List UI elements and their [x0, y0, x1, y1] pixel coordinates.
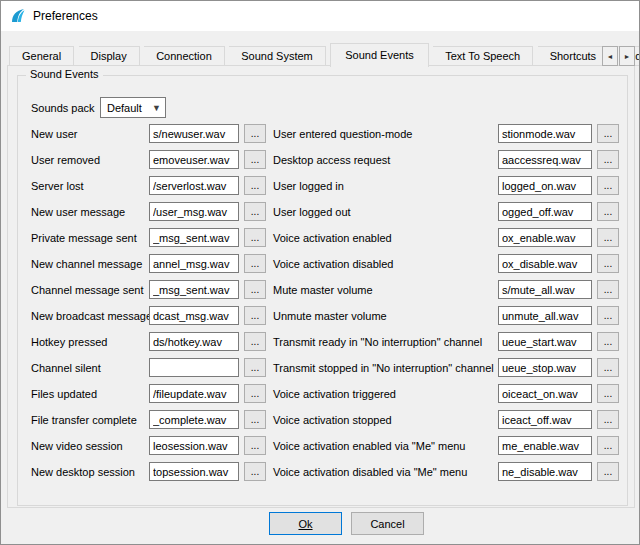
sound-file-input[interactable]	[498, 176, 592, 195]
sound-file-input[interactable]	[498, 358, 592, 377]
cancel-button[interactable]: Cancel	[351, 512, 424, 535]
ok-button-label: Ok	[298, 518, 312, 530]
sound-event-label: User logged out	[273, 206, 351, 218]
tab-shortcuts[interactable]: Shortcuts	[538, 46, 609, 66]
sound-events-list: New user ... User entered question-mode …	[1, 124, 640, 488]
tab-scroll-left-button[interactable]: ◄	[602, 46, 618, 66]
sound-event-label: Voice activation disabled	[273, 258, 393, 270]
browse-button[interactable]: ...	[244, 306, 266, 325]
sound-event-row: Server lost ... User logged in ...	[1, 176, 640, 202]
sound-file-input[interactable]	[149, 254, 239, 273]
sound-event-label: Voice activation enabled	[273, 232, 392, 244]
sound-event-row: New video session ... Voice activation e…	[1, 436, 640, 462]
sound-event-label: Channel message sent	[31, 284, 144, 296]
browse-button[interactable]: ...	[244, 124, 266, 143]
sound-event-row: Files updated ... Voice activation trigg…	[1, 384, 640, 410]
groupbox-title: Sound Events	[26, 68, 103, 80]
browse-button[interactable]: ...	[597, 202, 619, 221]
sound-file-input[interactable]	[498, 410, 592, 429]
sound-file-input[interactable]	[149, 124, 239, 143]
app-icon	[10, 8, 26, 24]
browse-button[interactable]: ...	[244, 436, 266, 455]
browse-button[interactable]: ...	[597, 124, 619, 143]
sound-event-label: Files updated	[31, 388, 97, 400]
browse-button[interactable]: ...	[597, 358, 619, 377]
sound-file-input[interactable]	[498, 254, 592, 273]
sound-event-row: New broadcast message ... Unmute master …	[1, 306, 640, 332]
sound-file-input[interactable]	[498, 306, 592, 325]
sound-event-label: Unmute master volume	[273, 310, 387, 322]
sound-file-input[interactable]	[498, 436, 592, 455]
ok-button[interactable]: Ok	[269, 512, 342, 535]
sound-file-input[interactable]	[498, 332, 592, 351]
sound-event-label: New user	[31, 128, 77, 140]
sound-event-label: Mute master volume	[273, 284, 373, 296]
tab-sound-system[interactable]: Sound System	[229, 46, 326, 66]
browse-button[interactable]: ...	[244, 228, 266, 247]
sound-file-input[interactable]	[498, 202, 592, 221]
sound-file-input[interactable]	[498, 150, 592, 169]
sound-event-row: New channel message ... Voice activation…	[1, 254, 640, 280]
browse-button[interactable]: ...	[597, 150, 619, 169]
sound-event-label: Voice activation enabled via "Me" menu	[273, 440, 465, 452]
sound-file-input[interactable]	[149, 202, 239, 221]
sound-file-input[interactable]	[149, 410, 239, 429]
sounds-pack-dropdown[interactable]: Default ▼	[100, 97, 166, 118]
browse-button[interactable]: ...	[244, 358, 266, 377]
sound-file-input[interactable]	[498, 280, 592, 299]
browse-button[interactable]: ...	[597, 436, 619, 455]
sound-event-label: New user message	[31, 206, 125, 218]
browse-button[interactable]: ...	[597, 384, 619, 403]
sound-event-label: Private message sent	[31, 232, 137, 244]
sound-file-input[interactable]	[149, 280, 239, 299]
browse-button[interactable]: ...	[597, 228, 619, 247]
window-title: Preferences	[33, 9, 98, 23]
sound-file-input[interactable]	[149, 228, 239, 247]
sound-event-label: User removed	[31, 154, 100, 166]
title-bar[interactable]: Preferences	[1, 1, 639, 31]
sounds-pack-label: Sounds pack	[31, 102, 95, 114]
sound-file-input[interactable]	[498, 384, 592, 403]
browse-button[interactable]: ...	[244, 462, 266, 481]
sound-event-label: File transfer complete	[31, 414, 137, 426]
tab-display[interactable]: Display	[79, 46, 140, 66]
sound-file-input[interactable]	[149, 358, 239, 377]
tab-general[interactable]: General	[9, 46, 74, 66]
sound-file-input[interactable]	[498, 462, 592, 481]
sound-file-input[interactable]	[498, 124, 592, 143]
browse-button[interactable]: ...	[244, 384, 266, 403]
browse-button[interactable]: ...	[244, 150, 266, 169]
sound-file-input[interactable]	[149, 332, 239, 351]
browse-button[interactable]: ...	[597, 410, 619, 429]
browse-button[interactable]: ...	[244, 202, 266, 221]
tab-bar: General Display Connection Sound System …	[9, 43, 640, 66]
sound-file-input[interactable]	[149, 384, 239, 403]
sound-file-input[interactable]	[149, 176, 239, 195]
sound-file-input[interactable]	[149, 150, 239, 169]
browse-button[interactable]: ...	[597, 176, 619, 195]
sound-event-label: New video session	[31, 440, 123, 452]
sound-event-row: New desktop session ... Voice activation…	[1, 462, 640, 488]
browse-button[interactable]: ...	[597, 332, 619, 351]
browse-button[interactable]: ...	[244, 254, 266, 273]
browse-button[interactable]: ...	[597, 280, 619, 299]
tab-connection[interactable]: Connection	[144, 46, 225, 66]
sound-file-input[interactable]	[149, 436, 239, 455]
tab-text-to-speech[interactable]: Text To Speech	[433, 46, 533, 66]
browse-button[interactable]: ...	[597, 462, 619, 481]
sound-event-row: User removed ... Desktop access request …	[1, 150, 640, 176]
browse-button[interactable]: ...	[244, 280, 266, 299]
sound-file-input[interactable]	[149, 462, 239, 481]
browse-button[interactable]: ...	[597, 254, 619, 273]
tab-sound-events[interactable]: Sound Events	[330, 43, 429, 67]
browse-button[interactable]: ...	[244, 176, 266, 195]
browse-button[interactable]: ...	[244, 410, 266, 429]
tab-scroll-right-button[interactable]: ►	[619, 46, 635, 66]
sound-event-row: Channel message sent ... Mute master vol…	[1, 280, 640, 306]
browse-button[interactable]: ...	[244, 332, 266, 351]
sound-file-input[interactable]	[498, 228, 592, 247]
chevron-down-icon: ▼	[152, 102, 161, 114]
sound-file-input[interactable]	[149, 306, 239, 325]
sound-event-label: New broadcast message	[31, 310, 152, 322]
browse-button[interactable]: ...	[597, 306, 619, 325]
